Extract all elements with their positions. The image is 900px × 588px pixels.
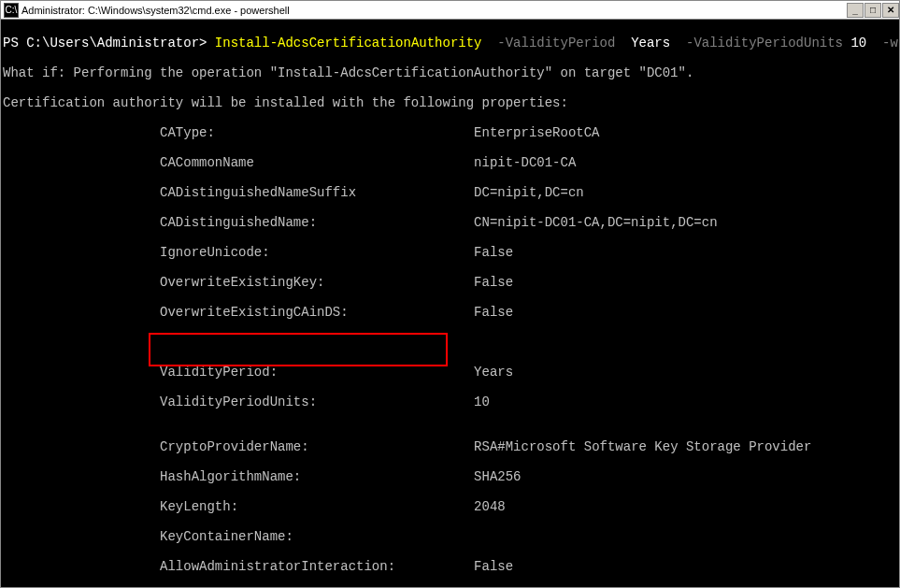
prop-val: CN=nipit-DC01-CA,DC=nipit,DC=cn	[474, 215, 717, 230]
prop-val: DC=nipit,DC=cn	[474, 185, 584, 200]
prop-key: ValidityPeriod:	[160, 365, 278, 380]
prop-key: ValidityPeriodUnits:	[160, 394, 317, 409]
prop-val: 2048	[474, 499, 506, 514]
prop-key: CAType:	[160, 125, 215, 140]
prop-val: SHA256	[474, 469, 521, 484]
window-titlebar: C:\ Administrator: C:\Windows\system32\c…	[1, 1, 899, 20]
minimize-button[interactable]: _	[847, 3, 864, 18]
close-button[interactable]: ✕	[882, 3, 899, 18]
prop-key: CADistinguishedName:	[160, 215, 317, 230]
prop-val: RSA#Microsoft Software Key Storage Provi…	[474, 439, 811, 454]
prop-val: False	[474, 305, 513, 320]
prop-val: False	[474, 275, 513, 290]
prop-key: CryptoProviderName:	[160, 439, 309, 454]
param-value: Years	[631, 36, 670, 50]
terminal-area[interactable]: PS C:\Users\Administrator> Install-AdcsC…	[1, 20, 899, 588]
prop-key: CADistinguishedNameSuffix	[160, 185, 356, 200]
param: -whatif	[882, 36, 900, 50]
window-title: Administrator: C:\Windows\system32\cmd.e…	[21, 5, 846, 16]
prop-key: IgnoreUnicode:	[160, 245, 270, 260]
prop-key: KeyLength:	[160, 499, 238, 514]
prop-key: KeyContainerName:	[160, 529, 293, 544]
highlight-validity-box	[149, 333, 448, 366]
param: -ValidityPeriod	[497, 36, 615, 50]
window-controls: _ □ ✕	[846, 3, 899, 18]
param: -ValidityPeriodUnits	[686, 36, 843, 50]
param-value: 10	[850, 36, 866, 50]
prop-val: EnterpriseRootCA	[474, 125, 599, 140]
cmdlet: Install-AdcsCertificationAuthority	[215, 36, 482, 50]
prop-val: nipit-DC01-CA	[474, 155, 576, 170]
prop-val: False	[474, 559, 513, 574]
prop-key: OverwriteExistingCAinDS:	[160, 305, 349, 320]
prop-key: HashAlgorithmName:	[160, 469, 301, 484]
header-line: Certification authority will be installe…	[3, 95, 897, 110]
prop-key: OverwriteExistingKey:	[160, 275, 324, 290]
cmd-icon: C:\	[4, 3, 19, 18]
whatif-line: What if: Performing the operation "Insta…	[3, 65, 897, 80]
maximize-button[interactable]: □	[864, 3, 881, 18]
prop-val: False	[474, 245, 513, 260]
prop-val: 10	[474, 394, 490, 409]
prompt: PS C:\Users\Administrator>	[3, 36, 207, 50]
prop-val: Years	[474, 365, 513, 380]
prop-key: AllowAdministratorInteraction:	[160, 559, 395, 574]
prop-key: CACommonName	[160, 155, 254, 170]
